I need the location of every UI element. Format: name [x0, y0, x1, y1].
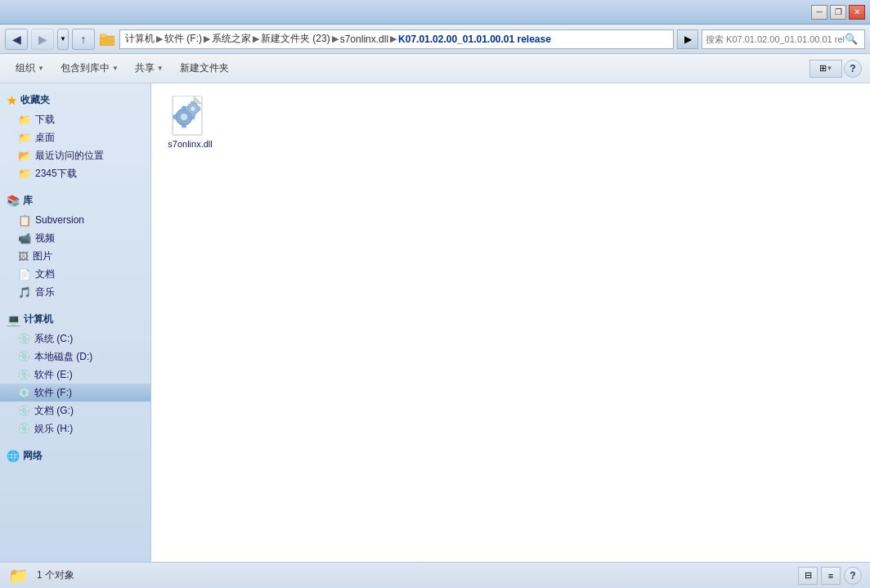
file-item-s7onlinx[interactable]: s7onlinx.dll: [159, 92, 221, 154]
document-icon: 📄: [18, 268, 31, 281]
address-path-bar[interactable]: 计算机 ▶ 软件 (F:) ▶ 系统之家 ▶ 新建文件夹 (23) ▶ s7on…: [119, 29, 674, 49]
sidebar-library-header[interactable]: 📚 库: [0, 191, 150, 211]
folder-icon: 📁: [18, 168, 31, 180]
computer-icon: 💻: [7, 313, 20, 326]
back-button[interactable]: ◀: [5, 29, 28, 50]
status-help-button[interactable]: ?: [844, 567, 862, 585]
address-bar: ◀ ▶ ▼ ↑ 计算机 ▶ 软件 (F:) ▶ 系统之家 ▶ 新建文件夹 (23…: [0, 25, 870, 54]
restore-button[interactable]: ❐: [830, 5, 846, 20]
close-button[interactable]: ✕: [849, 5, 865, 20]
new-folder-button[interactable]: 新建文件夹: [173, 57, 236, 80]
network-icon: 🌐: [7, 450, 20, 462]
main-content: ★ 收藏夹 📁 下载 📁 桌面 📂 最近访问的位置 📁 2345下载 📚 库 📋…: [0, 83, 870, 562]
subversion-icon: 📋: [18, 214, 31, 227]
svg-point-5: [180, 113, 188, 121]
sidebar-item-recent[interactable]: 📂 最近访问的位置: [0, 146, 150, 164]
drive-f-icon: 💿: [18, 387, 30, 398]
library-icon: 📚: [7, 195, 20, 207]
sidebar-item-music[interactable]: 🎵 音乐: [0, 283, 150, 301]
sidebar-item-d-drive[interactable]: 💿 本地磁盘 (D:): [0, 348, 150, 366]
up-button[interactable]: ↑: [72, 29, 95, 50]
share-button[interactable]: 共享 ▼: [128, 57, 171, 80]
sidebar: ★ 收藏夹 📁 下载 📁 桌面 📂 最近访问的位置 📁 2345下载 📚 库 📋…: [0, 83, 151, 562]
sidebar-item-2345download[interactable]: 📁 2345下载: [0, 164, 150, 182]
sidebar-item-h-drive[interactable]: 💿 娱乐 (H:): [0, 420, 150, 438]
status-count-text: 1 个对象: [37, 568, 74, 582]
path-newfolder: 新建文件夹 (23): [261, 32, 330, 46]
sidebar-item-video[interactable]: 📹 视频: [0, 229, 150, 247]
search-input[interactable]: [706, 34, 845, 44]
toolbar: 组织 ▼ 包含到库中 ▼ 共享 ▼ 新建文件夹 ⊞ ▼ ?: [0, 54, 870, 83]
include-library-button[interactable]: 包含到库中 ▼: [53, 57, 126, 80]
sidebar-item-e-drive[interactable]: 💿 软件 (E:): [0, 366, 150, 384]
search-icon[interactable]: 🔍: [845, 33, 858, 45]
title-bar: ─ ❐ ✕: [0, 0, 870, 25]
svg-rect-7: [182, 124, 186, 128]
folder-icon: 📁: [18, 114, 31, 126]
organize-dropdown-arrow: ▼: [38, 65, 44, 72]
sidebar-item-image[interactable]: 🖼 图片: [0, 247, 150, 265]
status-folder-icon: 📁: [8, 566, 29, 586]
dll-file-icon: [171, 96, 210, 135]
status-bar: 📁 1 个对象 ⊟ ≡ ?: [0, 562, 870, 588]
image-icon: 🖼: [18, 250, 29, 263]
svg-point-11: [190, 106, 195, 112]
path-current: K07.01.02.00_01.01.00.01 release: [398, 34, 551, 45]
folder-icon: [98, 30, 116, 48]
drive-g-icon: 💿: [18, 405, 30, 416]
help-button[interactable]: ?: [844, 60, 862, 78]
path-drive: 软件 (F:): [164, 32, 202, 46]
video-icon: 📹: [18, 232, 31, 245]
sidebar-item-c-drive[interactable]: 💿 系统 (C:): [0, 330, 150, 348]
include-dropdown-arrow: ▼: [112, 65, 119, 72]
address-go-button[interactable]: ▶: [677, 29, 698, 49]
drive-e-icon: 💿: [18, 369, 30, 380]
svg-rect-14: [186, 107, 188, 111]
star-icon: ★: [7, 94, 17, 107]
sidebar-item-desktop[interactable]: 📁 桌面: [0, 128, 150, 146]
organize-button[interactable]: 组织 ▼: [8, 57, 52, 80]
path-syshouse: 系统之家: [212, 32, 251, 46]
nav-dropdown-button[interactable]: ▼: [57, 29, 69, 50]
minimize-button[interactable]: ─: [811, 5, 827, 20]
drive-c-icon: 💿: [18, 333, 30, 344]
sidebar-item-f-drive[interactable]: 💿 软件 (F:): [0, 384, 150, 402]
sidebar-item-download[interactable]: 📁 下载: [0, 110, 150, 128]
view-options-button[interactable]: ⊞ ▼: [809, 60, 842, 78]
share-dropdown-arrow: ▼: [157, 65, 164, 72]
svg-rect-12: [191, 101, 195, 104]
svg-rect-13: [191, 114, 195, 116]
forward-button[interactable]: ▶: [31, 29, 54, 50]
sidebar-item-document[interactable]: 📄 文档: [0, 265, 150, 283]
music-icon: 🎵: [18, 286, 31, 298]
view-large-icons-button[interactable]: ⊟: [798, 567, 818, 585]
sidebar-computer-header[interactable]: 💻 计算机: [0, 309, 150, 330]
path-computer: 计算机: [125, 32, 155, 46]
svg-rect-6: [182, 106, 186, 110]
recent-folder-icon: 📂: [18, 150, 31, 162]
status-view-controls: ⊟ ≡ ?: [798, 567, 862, 585]
file-area: s7onlinx.dll: [151, 83, 870, 562]
sidebar-item-subversion[interactable]: 📋 Subversion: [0, 211, 150, 229]
svg-rect-1: [100, 34, 106, 38]
sidebar-favorites-header[interactable]: ★ 收藏夹: [0, 90, 150, 110]
sidebar-item-g-drive[interactable]: 💿 文档 (G:): [0, 402, 150, 420]
svg-rect-8: [173, 115, 177, 119]
window-controls: ─ ❐ ✕: [811, 5, 865, 20]
drive-d-icon: 💿: [18, 351, 30, 362]
file-grid: s7onlinx.dll: [159, 92, 862, 154]
svg-rect-15: [198, 107, 200, 111]
sidebar-network-header[interactable]: 🌐 网络: [0, 446, 150, 466]
search-box[interactable]: 🔍: [702, 29, 865, 49]
view-details-button[interactable]: ≡: [821, 567, 841, 585]
folder-icon: 📁: [18, 132, 31, 144]
path-dll: s7onlinx.dll: [340, 34, 388, 45]
drive-h-icon: 💿: [18, 423, 30, 434]
